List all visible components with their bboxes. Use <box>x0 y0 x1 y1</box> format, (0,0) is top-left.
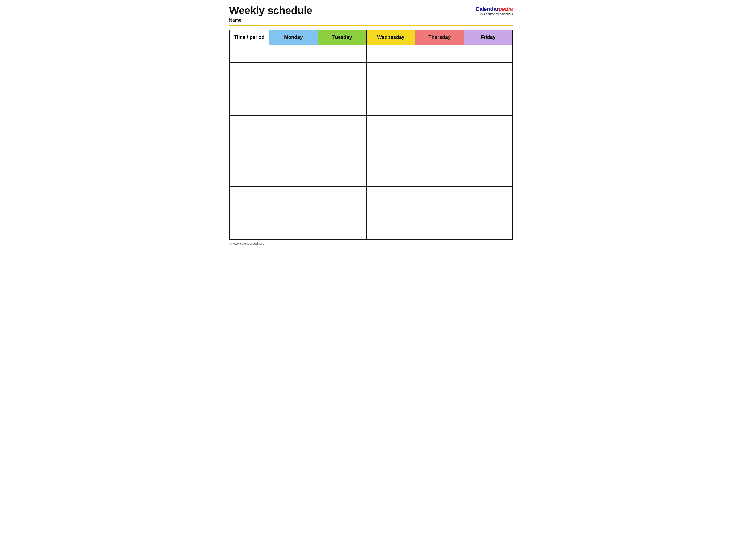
table-cell[interactable] <box>318 133 367 151</box>
table-cell[interactable] <box>367 186 415 204</box>
table-cell[interactable] <box>415 62 464 80</box>
table-cell[interactable] <box>415 204 464 222</box>
table-cell[interactable] <box>415 169 464 186</box>
table-cell[interactable] <box>464 222 513 239</box>
table-cell[interactable] <box>415 115 464 133</box>
table-cell[interactable] <box>229 98 269 115</box>
table-cell[interactable] <box>464 204 513 222</box>
table-cell[interactable] <box>367 151 415 169</box>
table-cell[interactable] <box>269 151 318 169</box>
table-header-row: Time / period Monday Tuesday Wednesday T… <box>229 30 513 45</box>
table-cell[interactable] <box>415 151 464 169</box>
table-cell[interactable] <box>464 98 513 115</box>
table-cell[interactable] <box>229 151 269 169</box>
table-cell[interactable] <box>229 115 269 133</box>
table-cell[interactable] <box>415 133 464 151</box>
table-row <box>229 186 513 204</box>
table-cell[interactable] <box>415 45 464 62</box>
table-cell[interactable] <box>318 115 367 133</box>
logo-subtitle: Your source for calendars <box>475 12 513 16</box>
table-cell[interactable] <box>269 80 318 98</box>
table-cell[interactable] <box>269 169 318 186</box>
table-cell[interactable] <box>464 62 513 80</box>
table-cell[interactable] <box>367 115 415 133</box>
table-cell[interactable] <box>415 186 464 204</box>
table-row <box>229 45 513 62</box>
table-cell[interactable] <box>229 133 269 151</box>
table-cell[interactable] <box>464 45 513 62</box>
table-cell[interactable] <box>318 169 367 186</box>
table-cell[interactable] <box>229 204 269 222</box>
page-container: Weekly schedule Name: Calendarpedia Your… <box>223 0 519 250</box>
footer-url: © www.calendarpedia.com <box>229 242 267 245</box>
table-cell[interactable] <box>318 98 367 115</box>
table-cell[interactable] <box>367 80 415 98</box>
table-cell[interactable] <box>269 45 318 62</box>
table-cell[interactable] <box>367 98 415 115</box>
table-row <box>229 133 513 151</box>
table-cell[interactable] <box>269 186 318 204</box>
table-cell[interactable] <box>318 204 367 222</box>
table-cell[interactable] <box>318 222 367 239</box>
table-cell[interactable] <box>464 133 513 151</box>
table-cell[interactable] <box>318 151 367 169</box>
table-cell[interactable] <box>229 222 269 239</box>
table-cell[interactable] <box>464 115 513 133</box>
table-cell[interactable] <box>464 186 513 204</box>
table-cell[interactable] <box>318 62 367 80</box>
table-cell[interactable] <box>367 45 415 62</box>
table-cell[interactable] <box>269 204 318 222</box>
table-cell[interactable] <box>318 80 367 98</box>
table-cell[interactable] <box>367 204 415 222</box>
table-cell[interactable] <box>229 80 269 98</box>
table-row <box>229 115 513 133</box>
table-cell[interactable] <box>464 169 513 186</box>
logo-section: Calendarpedia Your source for calendars <box>475 6 513 16</box>
table-cell[interactable] <box>229 186 269 204</box>
table-cell[interactable] <box>367 222 415 239</box>
table-row <box>229 169 513 186</box>
table-cell[interactable] <box>464 151 513 169</box>
table-row <box>229 151 513 169</box>
col-wednesday: Wednesday <box>367 30 415 45</box>
table-cell[interactable] <box>269 62 318 80</box>
name-label: Name: <box>229 18 312 23</box>
col-friday: Friday <box>464 30 513 45</box>
table-cell[interactable] <box>367 169 415 186</box>
table-cell[interactable] <box>229 45 269 62</box>
table-cell[interactable] <box>229 169 269 186</box>
table-cell[interactable] <box>367 133 415 151</box>
table-cell[interactable] <box>318 186 367 204</box>
table-cell[interactable] <box>229 62 269 80</box>
col-monday: Monday <box>269 30 318 45</box>
title-section: Weekly schedule Name: <box>229 5 312 23</box>
footer: © www.calendarpedia.com <box>229 242 513 245</box>
schedule-table: Time / period Monday Tuesday Wednesday T… <box>229 30 513 240</box>
col-time: Time / period <box>229 30 269 45</box>
table-cell[interactable] <box>367 62 415 80</box>
table-cell[interactable] <box>269 98 318 115</box>
page-header: Weekly schedule Name: Calendarpedia Your… <box>229 5 513 25</box>
col-tuesday: Tuesday <box>318 30 367 45</box>
table-cell[interactable] <box>318 45 367 62</box>
logo-calendar: Calendar <box>475 6 498 12</box>
table-cell[interactable] <box>415 222 464 239</box>
table-cell[interactable] <box>415 80 464 98</box>
table-row <box>229 98 513 115</box>
table-cell[interactable] <box>415 98 464 115</box>
logo-text: Calendarpedia <box>475 6 513 12</box>
logo-pedia: pedia <box>499 6 513 12</box>
table-row <box>229 62 513 80</box>
table-cell[interactable] <box>464 80 513 98</box>
col-thursday: Thursday <box>415 30 464 45</box>
table-cell[interactable] <box>269 222 318 239</box>
table-row <box>229 80 513 98</box>
table-row <box>229 204 513 222</box>
page-title: Weekly schedule <box>229 5 312 16</box>
table-row <box>229 222 513 239</box>
schedule-body <box>229 45 513 239</box>
table-cell[interactable] <box>269 133 318 151</box>
table-cell[interactable] <box>269 115 318 133</box>
